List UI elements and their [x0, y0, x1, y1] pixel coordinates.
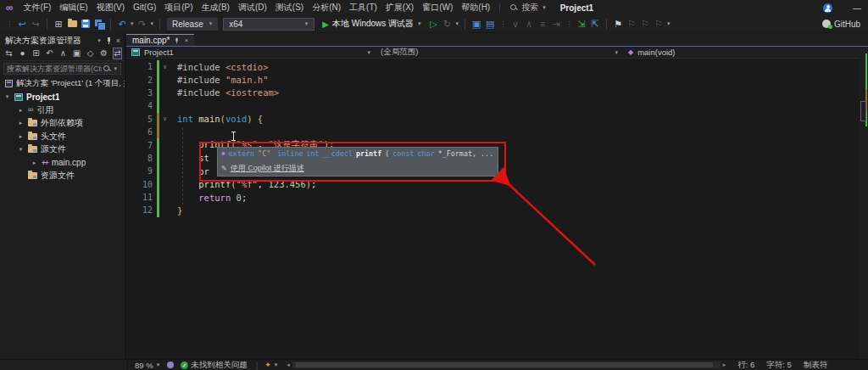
save-all-icon[interactable] [93, 17, 105, 31]
project-dropdown[interactable]: Project1 ▾ [126, 47, 376, 58]
menu-item-3[interactable]: 视图(V) [92, 0, 129, 15]
preview-window-icon[interactable]: ▤ [484, 17, 496, 31]
tree-item-Project1[interactable]: ▾Project1 [0, 91, 125, 104]
fold-marker[interactable]: ∨ [159, 115, 170, 122]
menu-item-11[interactable]: 扩展(X) [381, 0, 418, 15]
zoom-level-dropdown[interactable]: 89 % ▾ [135, 361, 160, 370]
platform-dropdown[interactable]: x64▾ [223, 18, 314, 31]
tree-expander[interactable]: ▸ [31, 160, 38, 166]
scope-dropdown[interactable]: (全局范围) ▾ [376, 47, 623, 58]
save-icon[interactable] [80, 17, 92, 31]
tree-expander[interactable]: ▾ [3, 93, 11, 100]
toolbar-grip[interactable]: ⋮ [499, 20, 506, 28]
undo-icon[interactable]: ↶ [116, 17, 128, 31]
menu-item-7[interactable]: 调试(D) [234, 0, 271, 15]
prev-bookmark-icon[interactable]: ⚐ [626, 17, 637, 31]
code-line[interactable]: 6 [126, 126, 860, 138]
github-button[interactable]: GitHub [822, 20, 860, 29]
minimize-button[interactable]: — [853, 3, 861, 13]
switch-views-icon[interactable]: ⇆ [4, 48, 14, 59]
navigate-forward-icon[interactable]: ↪ [30, 17, 42, 31]
hot-reload-icon[interactable]: ↻ [442, 17, 453, 31]
tree-item-源文件[interactable]: ▾源文件 [0, 143, 125, 157]
step-into-icon[interactable]: ⇲ [576, 17, 587, 31]
code-line[interactable]: 12} [126, 204, 860, 216]
tree-item-资源文件[interactable]: 资源文件 [0, 170, 125, 183]
menu-item-2[interactable]: 编辑(E) [55, 0, 92, 15]
menu-item-12[interactable]: 窗口(W) [418, 0, 457, 15]
toolbar-grip[interactable]: ⋮ [6, 20, 13, 28]
sync-active-document-icon[interactable]: ⇄ [113, 48, 122, 59]
code-cleanup-button[interactable]: ✦ ▾ [264, 361, 278, 369]
pin-icon[interactable] [175, 37, 180, 42]
code-line[interactable]: 5∨int main(void) { [126, 113, 860, 126]
navigate-back-icon[interactable]: ↩ [16, 17, 28, 31]
tree-item-头文件[interactable]: ▸头文件 [0, 130, 125, 143]
tree-item-外部依赖项[interactable]: ▸外部依赖项 [0, 117, 125, 131]
fold-marker[interactable]: ∨ [159, 64, 170, 70]
properties-icon[interactable]: ▣ [72, 48, 81, 59]
code-line[interactable]: 3#include <iostream> [126, 87, 860, 99]
new-project-icon[interactable]: ⊞ [53, 17, 64, 31]
back-home-icon[interactable]: ↶ [45, 48, 54, 59]
navigate-down-icon[interactable]: ∨ [509, 17, 521, 31]
code-line[interactable]: 1∨#include <cstdio> [126, 60, 860, 73]
code-line[interactable]: 4 [126, 99, 860, 112]
menu-item-6[interactable]: 生成(B) [198, 0, 234, 15]
close-icon[interactable]: × [116, 36, 120, 45]
chevron-down-icon[interactable]: ▾ [97, 37, 101, 44]
show-all-files-icon[interactable]: ◇ [86, 48, 95, 59]
search-box[interactable]: 搜索 ▾ [505, 2, 552, 14]
start-debugging-button[interactable]: ▶本地 Windows 调试器▾ [318, 17, 426, 31]
chevron-down-icon[interactable]: ▾ [151, 20, 154, 27]
chevron-down-icon[interactable]: ▾ [667, 20, 670, 27]
toolbar-grip[interactable]: ⋮ [565, 20, 572, 28]
line-indent-icon[interactable]: ≡ [537, 17, 548, 31]
document-health-icon[interactable] [167, 362, 174, 368]
redo-icon[interactable]: ↷ [136, 17, 148, 31]
new-item-icon[interactable]: ⊞ [31, 48, 41, 59]
menu-item-10[interactable]: 工具(T) [345, 0, 381, 15]
pin-icon[interactable] [106, 37, 112, 44]
solution-root-row[interactable]: 解决方案 'Project1' (1 个项目, 共 1 个) [0, 77, 125, 91]
menu-item-5[interactable]: 项目(P) [160, 0, 197, 15]
wrench-icon[interactable]: ⚙ [99, 48, 108, 59]
hscroll-left-arrow[interactable]: ◂ [287, 362, 290, 368]
tree-item-引用[interactable]: ▸∞引用 [0, 104, 125, 117]
scrollbar-thumb[interactable] [860, 101, 866, 121]
code-editor[interactable]: 1∨#include <cstdio>2#include "main.h"3#i… [126, 59, 860, 359]
health-indicator[interactable]: ✓ 未找到相关问题 [181, 360, 248, 370]
tree-item-main.cpp[interactable]: ▸++main.cpp [0, 156, 125, 170]
menu-item-1[interactable]: 文件(F) [19, 0, 56, 15]
attach-process-icon[interactable]: ▣ [470, 17, 482, 31]
hscrollbar-thumb[interactable] [296, 362, 713, 367]
solution-search-input[interactable]: 搜索解决方案资源管理器(Ctrl+;) ▾ [3, 63, 121, 75]
tree-expander[interactable]: ▸ [17, 120, 25, 126]
menu-item-8[interactable]: 测试(S) [271, 0, 308, 15]
next-bookmark-icon[interactable]: ⚐ [639, 17, 651, 31]
account-avatar[interactable] [823, 3, 832, 13]
code-line[interactable]: 2#include "main.h" [126, 73, 860, 86]
editor-horizontal-scrollbar[interactable] [292, 362, 721, 368]
hscroll-right-arrow[interactable]: ▸ [723, 362, 726, 368]
menu-item-13[interactable]: 帮助(H) [457, 0, 494, 15]
tree-expander[interactable]: ▸ [17, 107, 25, 114]
chevron-down-icon[interactable]: ▾ [131, 20, 134, 27]
configuration-dropdown[interactable]: Release▾ [167, 18, 218, 31]
clear-bookmarks-icon[interactable]: ⚐ [653, 17, 665, 31]
chevron-down-icon[interactable]: ▾ [456, 20, 459, 27]
navigate-up-icon[interactable]: ∧ [523, 17, 535, 31]
menu-item-4[interactable]: Git(G) [129, 0, 160, 15]
start-without-debugging-icon[interactable]: ▷ [428, 17, 440, 31]
menu-item-9[interactable]: 分析(N) [308, 0, 345, 15]
pending-changes-filter-icon[interactable]: ● [18, 48, 27, 59]
tree-expander[interactable]: ▾ [17, 146, 25, 153]
tree-expander[interactable]: ▸ [17, 133, 25, 140]
editor-vertical-scrollbar[interactable] [860, 47, 868, 359]
step-over-icon[interactable]: ⇱ [589, 17, 601, 31]
collapse-all-icon[interactable]: ∧ [58, 48, 68, 59]
bookmark-icon[interactable]: ⚑ [612, 17, 624, 31]
code-line[interactable]: 11 return 0; [126, 191, 860, 204]
open-file-icon[interactable] [66, 17, 78, 31]
tab-main-cpp[interactable]: main.cpp* × [126, 34, 194, 46]
